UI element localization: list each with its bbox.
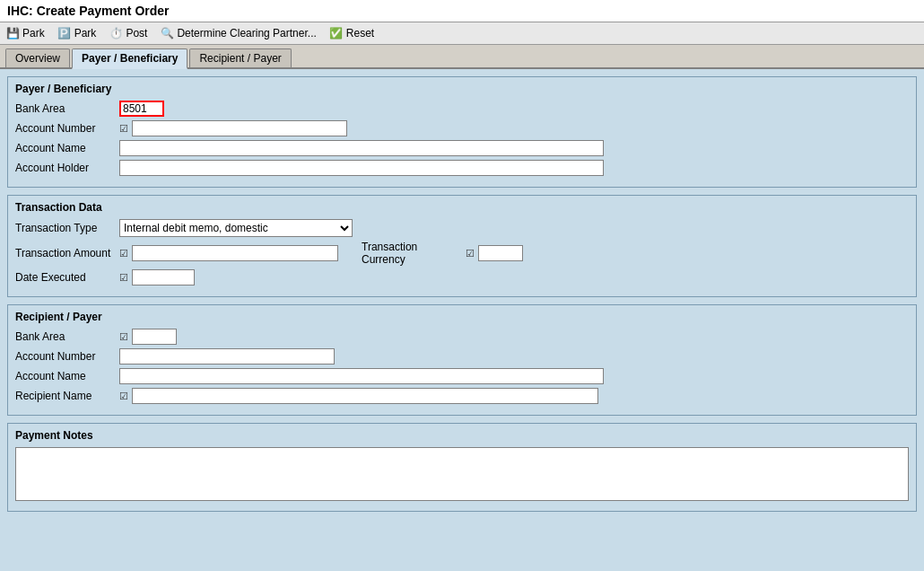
park-label: Park — [22, 27, 45, 40]
account-holder-row: Account Holder — [15, 160, 909, 176]
page-title: IHC: Create Payment Order — [7, 4, 170, 18]
account-number-field: ☑ — [119, 120, 347, 136]
recipient-name-checkbox[interactable]: ☑ — [119, 391, 128, 402]
save-icon: 💾 — [5, 26, 20, 40]
post-icon: ⏱️ — [109, 26, 123, 40]
recipient-payer-title: Recipient / Payer — [15, 311, 909, 323]
bank-area-input[interactable] — [119, 101, 164, 117]
toolbar: 💾 Park 🅿️ Park ⏱️ Post 🔍 Determine Clear… — [0, 22, 924, 45]
transaction-data-title: Transaction Data — [15, 201, 909, 214]
payment-notes-textarea[interactable] — [15, 447, 909, 501]
bank-area-label: Bank Area — [15, 102, 114, 115]
determine-label: Determine Clearing Partner... — [177, 27, 316, 40]
park-icon: 🅿️ — [57, 26, 72, 40]
transaction-currency-input[interactable] — [478, 245, 523, 261]
transaction-amount-input[interactable] — [132, 245, 338, 261]
transaction-type-row: Transaction Type Internal debit memo, do… — [15, 219, 909, 237]
park-btn-label: Park — [74, 27, 97, 40]
account-name-input[interactable] — [119, 140, 604, 156]
date-executed-label: Date Executed — [15, 271, 114, 284]
transaction-amount-row: Transaction Amount ☑ Transaction Currenc… — [15, 241, 909, 266]
recipient-account-name-label: Account Name — [15, 370, 114, 382]
date-executed-input[interactable] — [132, 269, 195, 286]
recipient-bank-area-label: Bank Area — [15, 330, 114, 343]
recipient-bank-area-input[interactable] — [132, 329, 177, 345]
transaction-type-select[interactable]: Internal debit memo, domestic Internal c… — [119, 219, 353, 237]
recipient-name-field: ☑ — [119, 388, 598, 404]
recipient-account-name-input[interactable] — [119, 368, 604, 384]
account-name-row: Account Name — [15, 140, 909, 156]
payment-notes-title: Payment Notes — [15, 429, 909, 442]
date-executed-checkbox[interactable]: ☑ — [119, 272, 128, 284]
transaction-currency-field: ☑ — [466, 245, 523, 261]
reset-button[interactable]: ✅ Reset — [329, 26, 374, 40]
recipient-payer-section: Recipient / Payer Bank Area ☑ Account Nu… — [7, 304, 917, 416]
transaction-data-section: Transaction Data Transaction Type Intern… — [7, 195, 917, 297]
account-number-label: Account Number — [15, 122, 114, 135]
transaction-type-label: Transaction Type — [15, 222, 114, 234]
main-content: Payer / Beneficiary Bank Area Account Nu… — [0, 69, 924, 571]
date-executed-row: Date Executed ☑ — [15, 269, 909, 286]
account-name-label: Account Name — [15, 142, 114, 154]
determine-icon: 🔍 — [160, 26, 174, 40]
account-number-checkbox[interactable]: ☑ — [119, 123, 128, 135]
recipient-account-name-row: Account Name — [15, 368, 909, 384]
recipient-bank-area-field: ☑ — [119, 329, 177, 345]
account-holder-input[interactable] — [119, 160, 604, 176]
post-button[interactable]: ⏱️ Post — [109, 26, 147, 40]
transaction-amount-field: ☑ — [119, 245, 338, 261]
save-button[interactable]: 💾 Park — [5, 26, 45, 40]
tab-recipient-payer[interactable]: Recipient / Payer — [189, 48, 291, 67]
reset-icon: ✅ — [329, 26, 344, 40]
transaction-currency-label: Transaction Currency — [362, 241, 460, 266]
payment-notes-section: Payment Notes — [7, 423, 917, 512]
transaction-amount-checkbox[interactable]: ☑ — [119, 248, 128, 259]
payer-beneficiary-section: Payer / Beneficiary Bank Area Account Nu… — [7, 76, 917, 188]
recipient-name-input[interactable] — [132, 388, 598, 404]
determine-button[interactable]: 🔍 Determine Clearing Partner... — [160, 26, 316, 40]
post-label: Post — [126, 27, 147, 40]
recipient-bank-area-checkbox[interactable]: ☑ — [119, 331, 128, 343]
recipient-account-number-label: Account Number — [15, 350, 114, 363]
date-executed-field: ☑ — [119, 269, 195, 286]
bank-area-row: Bank Area — [15, 101, 909, 117]
account-number-input[interactable] — [132, 120, 347, 136]
tabs-bar: Overview Payer / Beneficiary Recipient /… — [0, 45, 924, 69]
park-button[interactable]: 🅿️ Park — [57, 26, 97, 40]
tab-payer-beneficiary[interactable]: Payer / Beneficiary — [72, 48, 187, 69]
payer-beneficiary-title: Payer / Beneficiary — [15, 83, 909, 95]
transaction-currency-checkbox[interactable]: ☑ — [466, 248, 475, 259]
recipient-account-number-row: Account Number — [15, 348, 909, 365]
recipient-account-number-input[interactable] — [119, 348, 335, 365]
reset-label: Reset — [346, 27, 374, 40]
recipient-name-label: Recipient Name — [15, 390, 114, 402]
transaction-amount-label: Transaction Amount — [15, 247, 114, 259]
account-holder-label: Account Holder — [15, 162, 114, 174]
recipient-bank-area-row: Bank Area ☑ — [15, 329, 909, 345]
title-bar: IHC: Create Payment Order — [0, 0, 924, 22]
tab-overview[interactable]: Overview — [5, 48, 70, 67]
account-number-row: Account Number ☑ — [15, 120, 909, 136]
recipient-name-row: Recipient Name ☑ — [15, 388, 909, 404]
